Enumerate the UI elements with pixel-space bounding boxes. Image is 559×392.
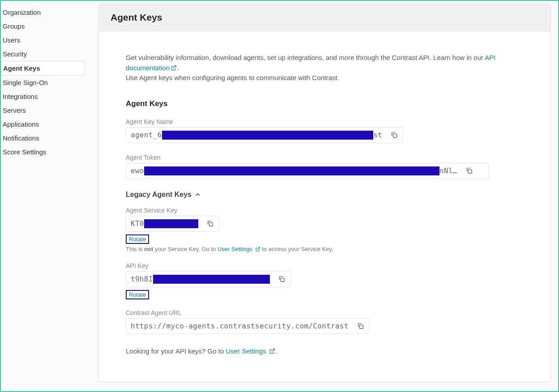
agent-key-name-redaction	[162, 131, 374, 140]
external-link-icon	[269, 348, 275, 354]
sidebar-item-applications[interactable]: Applications	[1, 117, 85, 131]
svg-rect-2	[209, 222, 213, 226]
sidebar-item-notifications[interactable]: Notifications	[1, 131, 85, 145]
svg-rect-1	[468, 170, 472, 173]
sidebar-item-servers[interactable]: Servers	[1, 103, 85, 117]
api-key-label: API Key	[126, 262, 524, 269]
api-key-prefix: t9h8I	[131, 275, 153, 283]
page-title: Agent Keys	[111, 12, 539, 23]
legacy-title: Legacy Agent Keys	[126, 191, 192, 199]
copy-icon[interactable]	[206, 220, 214, 227]
agent-url-value: https://myco-agents.contrastsecurity.com…	[131, 322, 349, 330]
sidebar-item-users[interactable]: Users	[1, 33, 85, 47]
external-link-icon	[171, 65, 177, 71]
user-settings-link[interactable]: User Settings	[218, 246, 260, 252]
footer-text: Looking for your API keys? Go to User Se…	[126, 347, 524, 355]
agent-token-redaction	[144, 166, 440, 175]
chevron-up-icon	[194, 191, 201, 198]
agent-key-name-label: Agent Key Name	[126, 118, 524, 125]
user-settings-footer-link[interactable]: User Settings	[226, 347, 275, 355]
agent-url-field: https://myco-agents.contrastsecurity.com…	[126, 318, 369, 334]
sidebar-item-sso[interactable]: Single Sign-On	[1, 76, 85, 89]
agent-key-name-suffix: st	[373, 131, 382, 139]
service-key-field: KT0	[126, 216, 219, 232]
sidebar-item-organization[interactable]: Organization	[1, 5, 85, 19]
svg-rect-4	[359, 325, 363, 328]
sidebar: Organization Groups Users Security Agent…	[1, 1, 98, 391]
agent-key-name-prefix: agent_6	[131, 131, 162, 139]
sidebar-item-score-settings[interactable]: Score Settings	[1, 145, 85, 159]
rotate-service-key-button[interactable]: Rotate	[126, 234, 149, 244]
panel-header: Agent Keys	[99, 4, 550, 31]
rotate-api-key-button[interactable]: Rotate	[126, 290, 149, 299]
section-heading: Agent Keys	[126, 99, 524, 108]
agent-token-label: Agent Token	[126, 154, 524, 161]
service-key-prefix: KT0	[131, 219, 144, 228]
api-key-field: t9h8I	[126, 271, 290, 287]
svg-rect-3	[281, 278, 284, 281]
external-link-icon	[255, 247, 260, 252]
agent-token-suffix: nNl…	[440, 166, 457, 175]
service-key-redaction	[144, 219, 198, 228]
svg-rect-0	[393, 134, 397, 137]
service-key-label: Agent Service Key	[126, 207, 524, 214]
sidebar-item-groups[interactable]: Groups	[1, 19, 85, 33]
sidebar-item-agent-keys[interactable]: Agent Keys	[1, 61, 85, 76]
intro-text: Get vulnerability information, download …	[126, 53, 524, 83]
sidebar-item-integrations[interactable]: Integrations	[1, 89, 85, 103]
api-key-redaction	[153, 275, 270, 284]
agent-token-field: ewonNl…	[126, 163, 489, 179]
legacy-toggle[interactable]: Legacy Agent Keys	[126, 191, 524, 199]
agent-key-name-field: agent_6st	[126, 127, 403, 143]
copy-icon[interactable]	[390, 131, 398, 139]
copy-icon[interactable]	[465, 167, 473, 175]
copy-icon[interactable]	[357, 322, 364, 330]
agent-token-prefix: ewo	[131, 166, 144, 175]
main-panel: Agent Keys Get vulnerability information…	[98, 4, 551, 382]
sidebar-item-security[interactable]: Security	[1, 47, 85, 61]
copy-icon[interactable]	[278, 275, 286, 283]
service-key-helper: This is not your Service Key. Go to User…	[126, 246, 524, 252]
agent-url-label: Contrast Agent URL	[126, 309, 524, 316]
